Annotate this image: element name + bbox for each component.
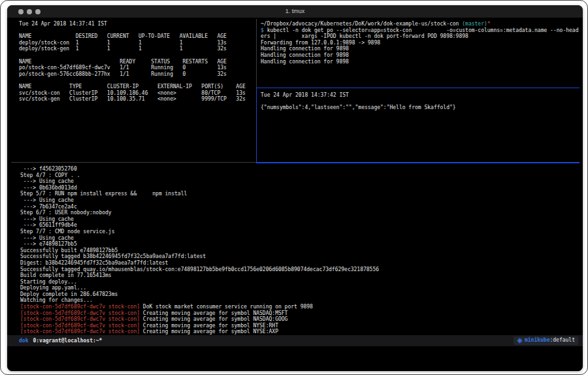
port-forward-output: ers | xargs -IPOD kubectl -n dok port-fo… (261, 33, 581, 65)
git-branch: (master) (462, 21, 487, 27)
pane-divider-horizontal-left (11, 162, 256, 163)
pod-log-line: [stock-con-5d7df689cf-dwc7v stock-con] C… (20, 316, 582, 323)
pod-log-message: Creating moving average for symbol NYSE:… (140, 323, 278, 329)
pane-divider-horizontal-right-active (256, 162, 580, 163)
command-line: $ kubectl -n dok get po --selector=app=s… (261, 27, 581, 34)
pod-log-prefix: [stock-con-5d7df689cf-dwc7v stock-con] (20, 310, 140, 316)
command-text: kubectl -n dok get po --selector=app=sto… (264, 27, 579, 33)
pod-log-line: [stock-con-5d7df689cf-dwc7v stock-con] C… (20, 329, 582, 335)
pane-kubectl-watch[interactable]: Tue 24 Apr 2018 14:37:41 IST NAME DESIRE… (19, 21, 255, 103)
window-label[interactable]: 0:vagrant@localhost:~* (33, 338, 102, 344)
pod-log-message: Creating moving average for symbol NASDA… (140, 316, 287, 322)
pod-log-line: [stock-con-5d7df689cf-dwc7v stock-con] C… (20, 310, 582, 317)
prompt-path-line: ~/Dropbox/advocacy/Kubernetes/DoK/work/d… (261, 21, 581, 27)
pane-skaffold-build[interactable]: ---> f45623052760 Step 4/7 : COPY . . --… (20, 166, 582, 335)
pane-divider-vertical-active (256, 88, 257, 163)
kube-context: minikube (525, 337, 550, 343)
pod-log-message: Creating moving average for symbol NYSE:… (140, 329, 278, 334)
window-title: 1. tmux (7, 8, 583, 14)
pane-divider-vertical-top (256, 19, 257, 88)
helm-wheel-icon (517, 338, 523, 344)
session-name[interactable]: dok (19, 338, 28, 344)
pod-log-prefix: [stock-con-5d7df689cf-dwc7v stock-con] (20, 316, 140, 322)
pod-log-prefix: [stock-con-5d7df689cf-dwc7v stock-con] (20, 304, 140, 310)
pane-port-forward[interactable]: ~/Dropbox/advocacy/Kubernetes/DoK/work/d… (261, 21, 581, 65)
git-dirty-marker: * (487, 21, 491, 27)
terminal-window: 1. tmux Tue 24 Apr 2018 14:37:41 IST NAM… (7, 5, 583, 371)
pod-log-prefix: [stock-con-5d7df689cf-dwc7v stock-con] (20, 323, 140, 329)
pane-curl-response[interactable]: Tue 24 Apr 2018 14:37:42 IST {"numsymbol… (261, 92, 581, 111)
screenshot-frame: 1. tmux Tue 24 Apr 2018 14:37:41 IST NAM… (0, 0, 588, 375)
pod-log-message: Creating moving average for symbol NASDA… (140, 310, 287, 316)
pane-divider-right-upper (256, 88, 580, 88)
pod-log-line: [stock-con-5d7df689cf-dwc7v stock-con] D… (20, 304, 582, 310)
pod-log-line: [stock-con-5d7df689cf-dwc7v stock-con] C… (20, 323, 582, 329)
titlebar[interactable]: 1. tmux (7, 5, 583, 18)
kube-namespace: :default (549, 337, 575, 343)
tmux-status-bar: dok 0:vagrant@localhost:~* minikube:defa… (7, 335, 583, 346)
pod-log-prefix: [stock-con-5d7df689cf-dwc7v stock-con] (20, 329, 140, 334)
kube-context-status: minikube:default (514, 336, 578, 345)
pod-log-message: DoK stock market consumer service runnin… (140, 304, 313, 310)
docker-build-output: ---> f45623052760 Step 4/7 : COPY . . --… (20, 166, 582, 304)
cwd-path: ~/Dropbox/advocacy/Kubernetes/DoK/work/d… (261, 21, 462, 27)
terminal-content: Tue 24 Apr 2018 14:37:41 IST NAME DESIRE… (7, 18, 583, 371)
